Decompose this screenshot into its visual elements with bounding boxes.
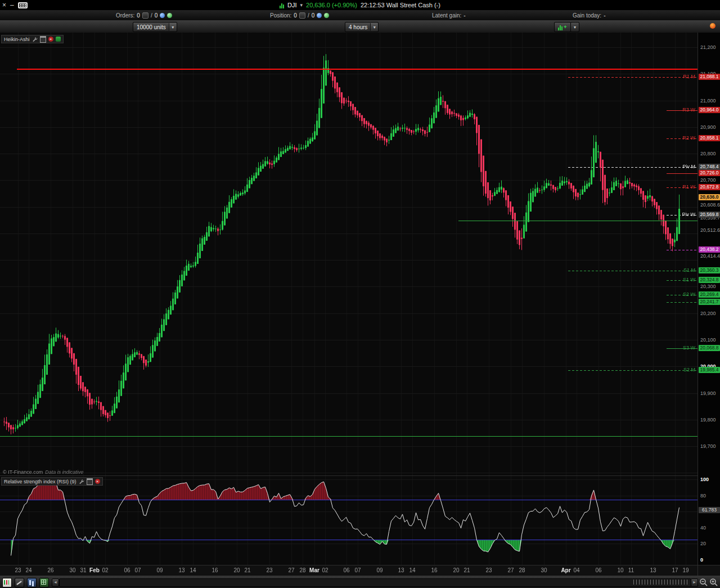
position-count-2: 0	[312, 12, 315, 19]
price-axis-label: 20,900	[700, 124, 716, 130]
chart-scrollbar[interactable]	[59, 578, 691, 587]
orders-count-2: 0	[155, 12, 158, 19]
rsi-header: Relative strength index (RSI) (9) ×	[1, 477, 103, 486]
level-price-badge: 20,068.8	[699, 345, 720, 351]
wrench-icon[interactable]	[32, 37, 38, 42]
date-axis-label: 02	[102, 567, 108, 573]
timeframe-select[interactable]: 4 hours ▾	[345, 22, 379, 32]
price-axis-label: 19,700	[700, 443, 716, 449]
price-axis[interactable]: 21,20021,10021,00020,90020,80020,70020,3…	[698, 33, 720, 565]
level-price-badge: 20,964.0	[699, 107, 720, 113]
copyright-note: © IT-Finance.comData is indicative	[3, 469, 83, 475]
panel-divider[interactable]	[0, 475, 698, 476]
scrollbar-thumb[interactable]	[631, 580, 690, 585]
level-price-badge: 20,672.8	[699, 184, 720, 190]
scroll-right-button[interactable]: ►	[691, 578, 698, 587]
date-axis-label: 30	[69, 567, 75, 573]
alert-icon[interactable]	[710, 23, 716, 29]
date-axis-label: 19	[682, 567, 688, 573]
date-axis-label: 21	[244, 567, 250, 573]
level-price-badge: 20,748.4	[699, 164, 720, 170]
date-axis-label: 27	[288, 567, 294, 573]
position-settings-icon[interactable]	[317, 13, 322, 18]
chart-options-dropdown[interactable]: ▾	[570, 22, 579, 32]
price-axis-label: 20,300	[700, 284, 716, 289]
date-axis[interactable]: 2324263031Feb020607091314162021232728Mar…	[0, 565, 698, 576]
latent-gain-value: -	[464, 12, 465, 19]
level-price-badge: 20,438.2	[699, 246, 720, 253]
add-indicator-button[interactable]: +	[554, 22, 571, 32]
date-axis-label: 14	[190, 567, 196, 573]
orders-list-icon[interactable]	[142, 12, 148, 19]
draw-tool-icon[interactable]	[15, 578, 24, 587]
date-axis-label: 31	[80, 567, 86, 573]
bottom-toolbar: ◄ ►	[0, 575, 720, 588]
price-marker-label: 20,512.6	[700, 227, 720, 233]
scroll-left-button[interactable]: ◄	[52, 578, 59, 587]
date-axis-label: 06	[343, 567, 349, 573]
rsi-chart-canvas[interactable]	[0, 476, 698, 565]
orders-count: 0	[137, 12, 140, 19]
delete-icon[interactable]: ×	[95, 479, 100, 484]
price-axis-label: 21,200	[700, 44, 716, 50]
price-chart-canvas[interactable]	[0, 33, 698, 476]
price-axis-label: 19,800	[700, 417, 716, 423]
chevron-down-icon[interactable]: ▾	[169, 23, 177, 31]
window-icon[interactable]	[40, 36, 46, 43]
indicator-header: Heikin-Ashi ×	[1, 35, 64, 43]
chart-toolbar: 10000 units ▾ 4 hours ▾ + ▾	[0, 20, 720, 33]
date-axis-label: 11	[628, 567, 634, 573]
market-time: 22:12:53 Wall Street Cash (-)	[361, 2, 440, 8]
zoom-out-icon[interactable]	[699, 578, 708, 587]
axis-corner	[698, 565, 720, 576]
orders-separator: /	[151, 12, 152, 19]
level-price-badge: 20,569.8	[699, 212, 720, 218]
date-axis-label: 14	[409, 567, 415, 573]
position-separator: /	[308, 12, 309, 19]
instrument-symbol[interactable]: DJI	[287, 2, 297, 8]
level-price-badge: 21,088.1	[699, 74, 720, 80]
level-price-badge: 20,858.1	[699, 135, 720, 141]
new-chart-icon[interactable]	[2, 578, 12, 587]
level-price-badge: 20,726.0	[699, 170, 720, 176]
date-axis-label: Apr	[561, 567, 570, 573]
instrument-chart-icon	[280, 2, 284, 8]
titlebar: × – DJI ▾ 20,636.0 (+0.90%) 22:12:53 Wal…	[0, 0, 720, 10]
detach-icon[interactable]	[56, 37, 61, 42]
units-value: 10000 units	[137, 24, 166, 30]
zoom-in-icon[interactable]	[709, 578, 718, 587]
chevron-down-icon[interactable]: ▾	[300, 2, 303, 8]
disclaimer-text: Data is indicative	[45, 469, 83, 475]
price-axis-label: 20,700	[700, 177, 716, 183]
instrument-header: DJI ▾ 20,636.0 (+0.90%) 22:12:53 Wall St…	[0, 0, 720, 10]
date-axis-label: 20	[233, 567, 240, 573]
units-select[interactable]: 10000 units ▾	[133, 22, 177, 32]
date-axis-label: 16	[212, 567, 218, 573]
rsi-axis-label: 100	[700, 477, 709, 482]
position-list-icon[interactable]	[299, 12, 305, 19]
orders-settings-icon[interactable]	[160, 13, 165, 18]
date-axis-label: 23	[485, 567, 492, 573]
position-add-icon[interactable]	[324, 13, 329, 18]
price-axis-label: 20,100	[700, 337, 716, 343]
orders-add-icon[interactable]	[167, 13, 172, 18]
date-axis-label: 07	[354, 567, 361, 573]
date-axis-label: 23	[266, 567, 272, 573]
grid-view-icon[interactable]	[39, 578, 49, 587]
level-price-badge: 20,241.7	[699, 299, 720, 305]
date-axis-label: 28	[299, 567, 305, 573]
latent-gain-label: Latent gain:	[432, 12, 461, 19]
level-price-badge: 20,360.3	[699, 267, 720, 273]
wrench-icon[interactable]	[79, 479, 84, 484]
latent-gain-status: Latent gain: -	[432, 12, 466, 19]
date-axis-label: 07	[134, 567, 141, 573]
rsi-value-badge: 61.783	[699, 507, 720, 513]
delete-icon[interactable]: ×	[48, 37, 53, 42]
candle-style-icon[interactable]	[27, 578, 37, 587]
chevron-down-icon[interactable]: ▾	[370, 23, 378, 31]
date-axis-label: 02	[322, 567, 328, 573]
price-axis-label: 19,900	[700, 390, 716, 396]
orders-label: Orders:	[116, 12, 134, 19]
rsi-axis-label: 80	[700, 493, 706, 499]
window-icon[interactable]	[87, 478, 93, 485]
